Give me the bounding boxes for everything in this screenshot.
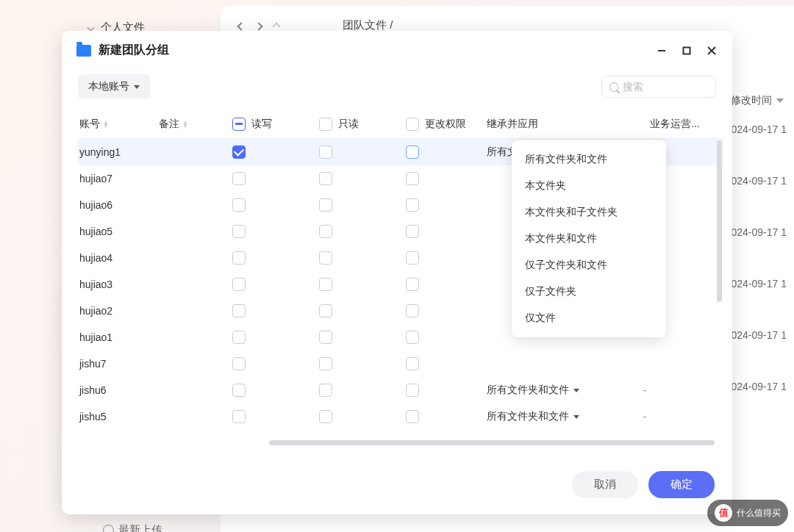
ok-button[interactable]: 确定 — [648, 471, 715, 498]
column-label: 只读 — [338, 118, 359, 131]
inherit-value[interactable]: 所有文件夹和文件 — [487, 384, 569, 397]
caret-down-icon — [573, 415, 579, 419]
checkbox-rw[interactable] — [232, 172, 246, 185]
dropdown-item[interactable]: 本文件夹和子文件夹 — [512, 199, 666, 226]
permissions-table: 账号 ▲▼ 备注 ▲▼ 读写 只读 更改权限 继承并应用 — [62, 109, 732, 459]
vertical-scrollbar[interactable] — [717, 140, 722, 302]
inherit-dropdown-menu: 所有文件夹和文件本文件夹本文件夹和子文件夹本文件夹和文件仅子文件夹和文件仅子文件… — [512, 140, 666, 337]
search-input[interactable] — [623, 81, 708, 93]
cancel-button[interactable]: 取消 — [572, 471, 638, 498]
file-date: 2024-09-17 1 — [726, 123, 787, 135]
dropdown-item[interactable]: 本文件夹和文件 — [512, 226, 666, 252]
modal-header: 新建团队分组 — [62, 31, 732, 68]
checkbox-chg[interactable] — [406, 251, 419, 265]
checkbox-chg[interactable] — [406, 304, 419, 317]
table-row[interactable]: jishu6 所有文件夹和文件 - — [78, 377, 723, 403]
checkbox-rw[interactable] — [232, 225, 246, 238]
checkbox-ro[interactable] — [319, 145, 332, 159]
sort-icon: ▲▼ — [182, 121, 188, 128]
column-header-read-write[interactable]: 读写 — [232, 118, 319, 131]
checkbox-chg[interactable] — [406, 145, 419, 159]
cell-inherit[interactable]: 所有文件夹和文件 — [475, 384, 601, 397]
watermark-icon: 值 — [715, 504, 732, 522]
inherit-value[interactable]: 所有文件夹和文件 — [487, 410, 569, 423]
search-box[interactable] — [601, 76, 716, 98]
column-label: 继承并应用 — [487, 118, 538, 129]
checkbox-ro[interactable] — [319, 304, 332, 317]
checkbox-ro[interactable] — [319, 172, 332, 185]
column-header-change-perm[interactable]: 更改权限 — [406, 118, 475, 131]
checkbox-rw[interactable] — [232, 410, 246, 423]
checkbox-rw[interactable] — [232, 145, 246, 159]
watermark: 值 什么值得买 — [707, 500, 788, 526]
checkbox-ro[interactable] — [319, 251, 332, 265]
file-date: 2024-09-17 1 — [726, 175, 787, 187]
close-button[interactable] — [706, 45, 718, 57]
chevron-down-icon — [776, 98, 784, 103]
column-label: 账号 — [79, 118, 100, 131]
checkbox-rw[interactable] — [232, 198, 246, 212]
checkbox-rw[interactable] — [232, 331, 246, 344]
cell-business: - — [601, 411, 723, 423]
checkbox-chg[interactable] — [406, 384, 419, 397]
cell-inherit[interactable]: 所有文件夹和文件 — [475, 410, 601, 423]
caret-down-icon — [134, 85, 140, 89]
modal-footer: 取消 确定 — [62, 459, 732, 514]
table-header-row: 账号 ▲▼ 备注 ▲▼ 读写 只读 更改权限 继承并应用 — [78, 109, 723, 139]
account-type-dropdown[interactable]: 本地账号 — [78, 74, 150, 99]
checkbox-ro[interactable] — [319, 357, 332, 370]
checkbox-ro[interactable] — [319, 331, 332, 344]
arrow-right-icon — [254, 22, 262, 30]
checkbox-chg[interactable] — [406, 410, 419, 423]
checkbox-all-ro[interactable] — [319, 118, 332, 131]
checkbox-chg[interactable] — [406, 278, 419, 291]
upload-icon — [103, 525, 114, 532]
checkbox-ro[interactable] — [319, 384, 332, 397]
modal-toolbar: 本地账号 — [62, 68, 732, 109]
horizontal-scrollbar[interactable] — [269, 440, 715, 445]
account-type-label: 本地账号 — [88, 80, 129, 93]
caret-down-icon — [573, 389, 579, 392]
checkbox-chg[interactable] — [406, 225, 419, 238]
checkbox-chg[interactable] — [406, 331, 419, 344]
arrow-left-icon — [237, 22, 245, 30]
checkbox-rw[interactable] — [232, 304, 246, 317]
column-header-read-only[interactable]: 只读 — [319, 118, 406, 131]
dropdown-item[interactable]: 本文件夹 — [512, 173, 666, 199]
maximize-button[interactable] — [681, 45, 693, 57]
file-date: 2024-09-17 1 — [726, 278, 787, 290]
checkbox-chg[interactable] — [406, 172, 419, 185]
dropdown-item[interactable]: 仅子文件夹 — [512, 278, 666, 305]
svg-rect-1 — [684, 47, 690, 54]
sidebar-item-label: 最新上传 — [118, 523, 162, 532]
dropdown-item[interactable]: 所有文件夹和文件 — [512, 146, 666, 173]
cell-account: hujiao5 — [78, 226, 159, 237]
checkbox-rw[interactable] — [232, 278, 246, 291]
checkbox-all-chg[interactable] — [406, 118, 419, 131]
column-header-account[interactable]: 账号 ▲▼ — [78, 118, 159, 131]
checkbox-ro[interactable] — [319, 410, 332, 423]
sidebar-item-recent-upload[interactable]: 最新上传 — [0, 517, 221, 532]
checkbox-rw[interactable] — [232, 251, 246, 265]
cell-account: hujiao7 — [78, 173, 159, 184]
checkbox-ro[interactable] — [319, 278, 332, 291]
folder-icon — [76, 45, 91, 57]
cell-account: hujiao4 — [78, 252, 159, 264]
file-date: 2024-09-17 1 — [726, 329, 787, 341]
checkbox-chg[interactable] — [406, 198, 419, 212]
column-modified-time[interactable]: 修改时间 — [731, 94, 784, 107]
search-icon — [609, 82, 618, 92]
table-row[interactable]: jishu7 — [78, 351, 723, 377]
checkbox-ro[interactable] — [319, 198, 332, 212]
table-row[interactable]: jishu5 所有文件夹和文件 - — [78, 403, 723, 430]
checkbox-rw[interactable] — [232, 384, 246, 397]
dropdown-item[interactable]: 仅文件 — [512, 305, 666, 331]
minimize-button[interactable] — [656, 45, 668, 57]
checkbox-rw[interactable] — [232, 357, 246, 370]
column-header-remark[interactable]: 备注 ▲▼ — [159, 118, 232, 131]
chevron-down-icon — [87, 24, 95, 32]
checkbox-all-rw[interactable] — [232, 118, 246, 131]
checkbox-chg[interactable] — [406, 357, 419, 370]
dropdown-item[interactable]: 仅子文件夹和文件 — [512, 252, 666, 278]
checkbox-ro[interactable] — [319, 225, 332, 238]
